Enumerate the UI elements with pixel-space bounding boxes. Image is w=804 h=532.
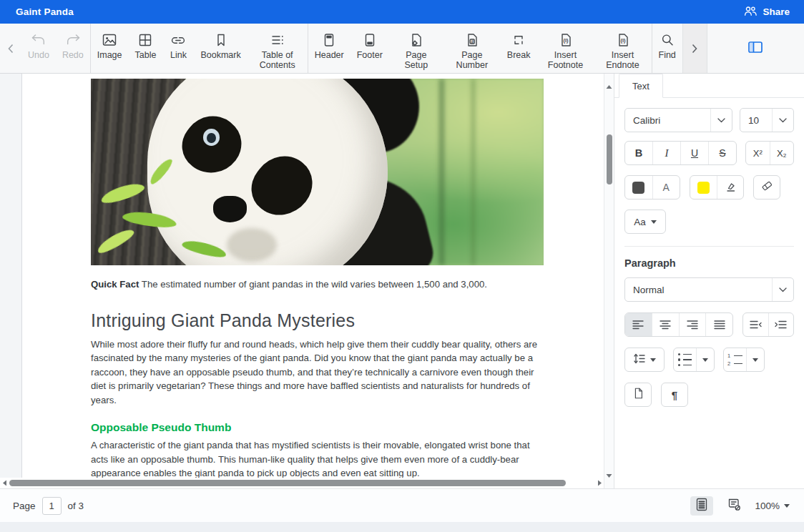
footer-icon [361,30,378,49]
clear-format-button[interactable] [753,175,780,200]
vertical-scroll-thumb[interactable] [607,134,612,184]
panel-tabstrip: Text [614,74,804,98]
vertical-scrollbar[interactable] [604,74,614,488]
page-number-input[interactable] [42,497,62,515]
link-icon [169,30,187,49]
line-spacing-button[interactable] [624,348,665,372]
bullet-list-dropdown[interactable] [696,348,714,371]
toolbar-scroll-right-button[interactable] [682,24,707,73]
header-icon [320,30,338,49]
insert-footnote-icon: (i) [557,30,574,49]
font-color-button[interactable]: A [652,176,680,199]
redo-icon [64,30,82,49]
document-paragraph-2: A characteristic of the giant panda that… [91,438,544,481]
toolbar: Undo Redo Image Table Link [0,24,804,74]
document-area: Quick Fact The estimated number of giant… [0,74,604,488]
page-label: Page [13,501,36,511]
print-layout-icon [695,498,708,514]
underline-button[interactable]: U [680,142,708,164]
paragraph-section: Paragraph Normal [614,247,804,407]
document-paragraph-1: While most adore their fluffy fur and ro… [91,338,544,408]
horizontal-scroll-thumb[interactable] [9,480,566,486]
bullet-list-icon [678,353,692,367]
view-controls: 100% [690,496,790,516]
show-formatting-marks-button[interactable]: ¶ [661,383,688,407]
footer-button[interactable]: Footer [350,24,389,73]
align-justify-button[interactable] [705,313,732,336]
undo-button[interactable]: Undo [21,24,56,73]
align-left-button[interactable] [625,313,652,336]
zoom-control[interactable]: 100% [755,501,790,511]
highlighter-button[interactable] [717,176,744,199]
font-family-select[interactable]: Calibri [624,108,732,132]
insert-footnote-button[interactable]: (i) Insert Footnote [537,24,594,73]
window-bottom-strip [0,522,804,532]
page-setup-button[interactable]: Page Setup [389,24,443,73]
subscript-button[interactable]: X₂ [770,142,794,164]
highlighter-icon [724,180,737,195]
toolbar-right-zone [707,24,804,73]
bullet-list-button[interactable] [674,348,696,371]
numbered-list-button[interactable]: 1 2 [724,348,746,371]
format-panel: Text Calibri 10 [614,74,804,488]
toolbar-scroll-left-button[interactable] [0,24,21,73]
print-layout-view-button[interactable] [690,496,713,516]
redo-button[interactable]: Redo [56,24,90,73]
find-button[interactable]: Find [652,24,682,73]
scroll-left-arrow[interactable] [0,480,9,486]
bookmark-icon [212,30,230,49]
increase-indent-button[interactable] [768,313,794,336]
page-navigation: Page of 3 [13,497,84,515]
bold-button[interactable]: B [625,142,652,164]
chevron-down-icon [710,109,732,132]
share-icon [744,6,758,19]
document-title: Gaint Panda [16,6,74,17]
scroll-down-arrow[interactable] [604,468,614,481]
decrease-indent-button[interactable] [743,313,768,336]
numbered-list-dropdown[interactable] [746,348,764,371]
bookmark-button[interactable]: Bookmark [194,24,247,73]
document-subheading: Opposable Pseudo Thumb [91,421,544,434]
scroll-right-arrow[interactable] [595,480,604,486]
insert-endnote-icon: (i) [614,30,632,49]
paragraph-style-select[interactable]: Normal [624,277,794,302]
panda-photo[interactable] [91,79,544,265]
tab-text[interactable]: Text [619,74,663,98]
pilcrow-icon: ¶ [672,389,677,401]
align-right-button[interactable] [679,313,706,336]
insert-link-button[interactable]: Link [162,24,194,73]
italic-button[interactable]: I [652,142,680,164]
page-number-button[interactable]: # Page Number [443,24,501,73]
share-label: Share [763,6,790,17]
no-markup-view-button[interactable] [722,496,745,516]
highlight-color-swatch-button[interactable] [690,176,717,199]
insert-table-button[interactable]: Table [129,24,163,73]
break-button[interactable]: Break [501,24,537,73]
side-panel-toggle-button[interactable] [747,41,763,56]
font-size-select[interactable]: 10 [740,108,794,132]
share-button[interactable]: Share [744,6,790,19]
document-page[interactable]: Quick Fact The estimated number of giant… [21,74,604,488]
page-options-button[interactable] [624,383,652,407]
paragraph-heading: Paragraph [624,257,794,269]
table-of-contents-button[interactable]: Table of Contents [247,24,308,73]
font-color-swatch [632,182,644,194]
header-button[interactable]: Header [308,24,350,73]
strikethrough-button[interactable]: S [708,142,736,164]
no-markup-icon [727,498,741,514]
document-heading: Intriguing Giant Panda Mysteries [91,310,544,331]
chevron-down-icon [772,109,793,132]
search-icon [659,30,676,49]
numbered-list-icon: 1 2 [727,353,742,366]
insert-image-button[interactable]: Image [91,24,129,73]
superscript-button[interactable]: X² [746,142,770,164]
table-icon [137,30,154,49]
font-color-swatch-button[interactable] [625,176,652,199]
main-area: Quick Fact The estimated number of giant… [0,74,804,488]
insert-endnote-button[interactable]: (i) Insert Endnote [594,24,652,73]
horizontal-scrollbar[interactable] [0,478,604,488]
scroll-up-arrow[interactable] [604,79,614,92]
change-case-button[interactable]: Aa [624,210,666,234]
align-center-button[interactable] [652,313,679,336]
highlight-color-swatch [697,182,710,194]
